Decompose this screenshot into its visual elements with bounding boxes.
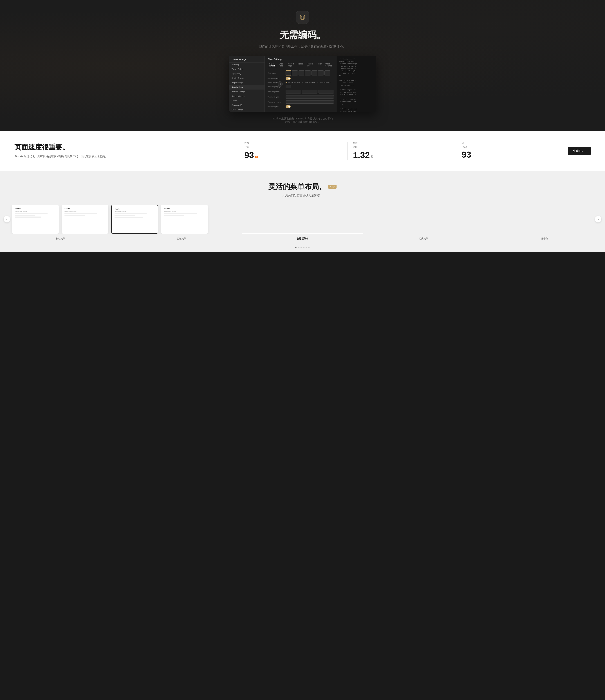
desktop-devices-select[interactable] — [286, 90, 301, 94]
sidebar-item-custom-css[interactable]: Custom CSS — [229, 103, 264, 107]
mobile-devices-select[interactable] — [318, 90, 334, 94]
stat-label-performance: 性能 — [244, 142, 342, 145]
tablet-devices-select[interactable] — [302, 90, 317, 94]
stat-sub-compare: Than — [462, 146, 559, 148]
hero-section: 无需编码。 我们的团队满怀激情地工作，以提供最佳的配置和定制体验。 Theme … — [0, 0, 605, 131]
perf-left: 页面速度很重要。 Stockie 经过优化，具有良好的结构和编写精良的代码，因此… — [15, 143, 239, 159]
sidebar-item-branding[interactable]: Branding — [229, 62, 264, 67]
slide-line-4-2 — [164, 215, 184, 216]
code-line-15: $('.close-menu').l — [339, 94, 374, 96]
stat-value-performance: 93 A — [244, 150, 342, 160]
products-per-page-input[interactable] — [286, 85, 291, 88]
layout-icon-7[interactable] — [324, 70, 330, 75]
code-line-12 — [339, 86, 374, 89]
layout-icon-4[interactable] — [305, 70, 311, 75]
slide-sublabel-1: Stockie menu layouts — [15, 210, 56, 212]
menu-header: 灵活的菜单布局。 保样式 为您的网站页面提供大量选项！ — [0, 182, 605, 205]
radio-async-animation[interactable]: Async animation — [317, 82, 331, 83]
sidebar-item-theme-styling[interactable]: Theme Styling — [229, 67, 264, 72]
pagination-position-select[interactable] — [286, 100, 334, 104]
layout-icon-5[interactable] — [312, 70, 317, 75]
menu-slide-1: Stockie Stockie menu layouts — [12, 205, 59, 234]
menu-slide-3: Stockie Stockie menu layouts — [111, 205, 158, 234]
menu-label-3: 侧边栏菜单 — [242, 234, 363, 243]
stat-label-load: 加载 — [353, 142, 450, 145]
layout-icon-3[interactable] — [298, 70, 304, 75]
stat-suffix-load: S — [371, 154, 373, 159]
sidebar-item-portfolio[interactable]: Portfolio Settings — [229, 90, 264, 94]
menu-dot-4[interactable] — [303, 247, 305, 248]
menu-slide-inner-2: Stockie Stockie menu layouts — [61, 205, 108, 234]
field-shop-layout: Shop layout — [268, 70, 334, 75]
field-label-products-per-row: Products per row — [268, 91, 284, 93]
menu-label-1: 标标菜单 — [0, 234, 121, 243]
stat-value-load: 1.32 S — [353, 150, 450, 160]
sidebar-item-page-settings[interactable]: Page Settings — [229, 80, 264, 85]
sidebar-item-footer[interactable]: Footer — [229, 99, 264, 103]
view-report-label: 查看报告 — [573, 149, 583, 153]
slide-line-3-1 — [114, 213, 147, 215]
stat-number-load: 1.32 — [353, 150, 370, 160]
radio-sync-animation[interactable]: Sync animation — [302, 82, 315, 83]
field-label-products-per-page: Products per page — [268, 86, 284, 88]
code-comment: /* # Navigation */ — [339, 58, 374, 60]
layout-icon-2[interactable] — [292, 70, 298, 75]
slide-logo-2: Stockie — [64, 208, 106, 209]
sidebar-item-other-settings[interactable]: Other Settings — [229, 107, 264, 112]
sidebar-item-social[interactable]: Social Networks — [229, 94, 264, 99]
mock-main: Shop Settings Shop Layout Shop Page Prod… — [265, 56, 337, 112]
menu-dot-1[interactable] — [295, 247, 297, 248]
menu-dot-5[interactable] — [306, 247, 307, 248]
radio-without-animation[interactable]: Without animation — [286, 82, 300, 83]
pagination-type-select[interactable] — [286, 95, 334, 99]
menu-dot-2[interactable] — [298, 247, 299, 248]
ui-mock: Theme Settings Branding Theme Styling Ty… — [229, 56, 376, 112]
code-line-22: $('#mega-menu-sub- — [339, 110, 374, 112]
menu-carousel: ‹ Stockie Stockie menu layouts Stoc — [0, 205, 605, 234]
menu-dot-6[interactable] — [308, 247, 310, 248]
tab-footer[interactable]: Footer — [315, 62, 323, 68]
tab-header-title[interactable]: Header Title — [305, 62, 315, 68]
slide-sublabel-4: Stockie menu layouts — [164, 210, 205, 212]
stat-badge-performance: A — [255, 156, 258, 158]
menu-title: 灵活的菜单布局。 — [268, 182, 326, 192]
hero-title: 无需编码。 — [280, 29, 325, 42]
menu-title-row: 灵活的菜单布局。 保样式 — [7, 182, 598, 192]
menu-dots — [0, 243, 605, 252]
carousel-prev-button[interactable]: ‹ — [4, 216, 10, 222]
tab-shop-page[interactable]: Shop Page — [277, 62, 286, 68]
slide-content-2 — [64, 213, 106, 216]
field-products-per-row: Products per row — [268, 90, 334, 94]
arrow-left-icon: ‹ — [6, 218, 7, 221]
slide-line-3-3 — [114, 217, 143, 218]
layout-icon-group — [286, 70, 330, 75]
sidebar-item-shop-settings[interactable]: Shop Settings — [229, 85, 264, 90]
layout-icon-6[interactable] — [318, 70, 324, 75]
sidebar-item-typography[interactable]: Typography — [229, 72, 264, 76]
tab-header[interactable]: Header — [296, 62, 305, 68]
masonry-toggle[interactable] — [286, 77, 291, 80]
perf-stat-performance: 性能 评分 93 A — [239, 142, 347, 160]
menu-section: 灵活的菜单布局。 保样式 为您的网站页面提供大量选项！ ‹ Stockie St… — [0, 171, 605, 252]
slide-line-2-2 — [64, 215, 85, 216]
slide-line-4-1 — [164, 213, 196, 214]
tab-shop-layout[interactable]: Shop Layout — [268, 62, 277, 68]
stat-label-compare: 比 — [462, 142, 559, 145]
code-line-2: $('#fullscreen-mega — [339, 63, 374, 65]
mock-code-nav-toggle[interactable]: ⟨⟩ — [278, 81, 283, 86]
perf-stats: 性能 评分 93 A 加载 时间 1.32 S 比 Than 93 % — [239, 142, 564, 160]
sidebar-item-header-menu[interactable]: Header & Menu — [229, 76, 264, 80]
field-label-pagination-type: Pagination type — [268, 96, 284, 98]
view-report-button[interactable]: 查看报告 › — [568, 147, 590, 155]
layout-icon-1[interactable] — [286, 70, 291, 75]
mock-code-panel: /* # Navigation */ window.openFullscre $… — [337, 56, 376, 112]
perf-stat-compare: 比 Than 93 % — [456, 142, 564, 160]
tab-other-settings[interactable]: Other Settings — [323, 62, 334, 68]
menu-dot-3[interactable] — [300, 247, 302, 248]
masonry-toggle-2[interactable] — [286, 105, 291, 108]
slide-line-1-2 — [15, 215, 35, 216]
code-line-5: link.addClass('a — [339, 70, 374, 72]
tab-product-page[interactable]: Product Page — [286, 62, 296, 68]
slide-logo-4: Stockie — [164, 208, 205, 209]
carousel-next-button[interactable]: › — [595, 216, 601, 222]
